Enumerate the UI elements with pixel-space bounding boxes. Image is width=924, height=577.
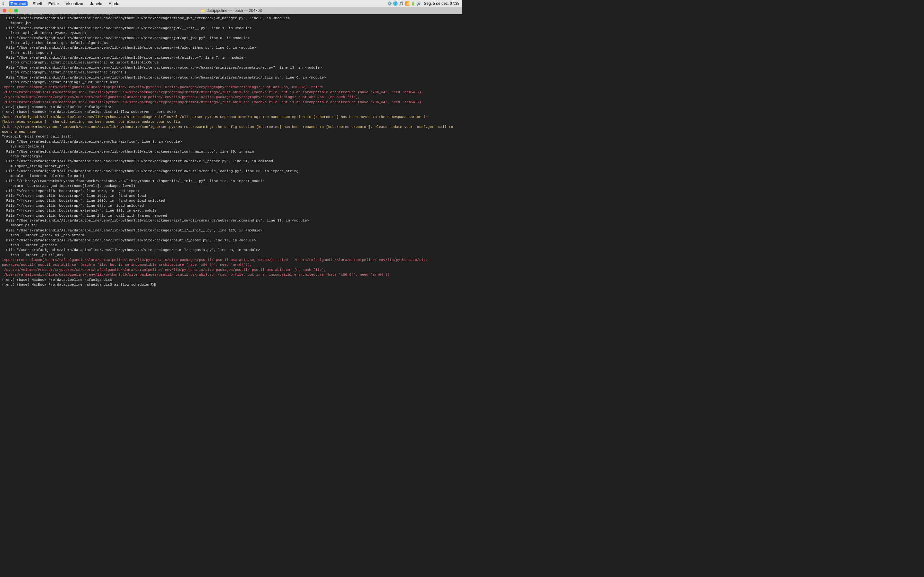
terminal-line: Traceback (most recent call last):	[2, 134, 460, 139]
terminal-line: File "/Users/rafaelgandis/Alura/datapipe…	[2, 218, 460, 223]
terminal-line: ImportError: dlopen(/Users/rafaelgandis/…	[2, 85, 460, 105]
terminal-line: (.env) (base) MacBook-Pro:datapipeline r…	[2, 105, 460, 110]
window-title: datapipeline — -bash — 204×63	[207, 8, 262, 13]
terminal-line: File "/Library/Frameworks/Python.framewo…	[2, 179, 460, 184]
terminal-line: File "<frozen importlib._bootstrap>", li…	[2, 213, 460, 218]
terminal-line: File "/Users/rafaelgandis/Alura/datapipe…	[2, 149, 460, 154]
terminal-line: File "<frozen importlib._bootstrap>", li…	[2, 193, 460, 198]
terminal-line: File "/Users/rafaelgandis/Alura/datapipe…	[2, 159, 460, 164]
terminal-line: from cryptography.hazmat.bindings._rust …	[2, 80, 460, 85]
terminal-line: File "<frozen importlib._bootstrap>", li…	[2, 198, 460, 203]
terminal-line: File "/Users/rafaelgandis/Alura/datapipe…	[2, 248, 460, 253]
menu-editar[interactable]: Editar	[47, 1, 60, 6]
window-controls	[3, 9, 18, 13]
terminal-line: /Users/rafaelgandis/Alura/datapipeline/.…	[2, 115, 460, 125]
menu-janela[interactable]: Janela	[89, 1, 103, 6]
terminal-line: File "/Users/rafaelgandis/Alura/datapipe…	[2, 169, 460, 174]
terminal-line: from .algorithms import get_default_algo…	[2, 41, 460, 45]
terminal-line: (.env) (base) MacBook-Pro:datapipeline r…	[2, 110, 460, 114]
terminal-line: module = import_module(module_path)	[2, 174, 460, 179]
terminal-line: (.env) (base) MacBook-Pro:datapipeline r…	[2, 277, 460, 282]
terminal-line: File "<frozen importlib._bootstrap>", li…	[2, 189, 460, 193]
maximize-button[interactable]	[14, 9, 18, 13]
titlebar-title: 📁 datapipeline — -bash — 204×63	[200, 8, 262, 13]
terminal-line: import psutil	[2, 223, 460, 228]
terminal-line: from .utils import (	[2, 51, 460, 55]
terminal-line: sys.exit(main())	[2, 144, 460, 149]
terminal-line: (.env) (base) MacBook-Pro:datapipeline r…	[2, 282, 460, 287]
menu-terminal[interactable]: Terminal	[9, 1, 27, 6]
terminal-line: from . import _psutil_osx	[2, 253, 460, 258]
terminal-line: File "/Users/rafaelgandis/Alura/datapipe…	[2, 36, 460, 41]
terminal-line: File "/Users/rafaelgandis/Alura/datapipe…	[2, 55, 460, 60]
terminal-line: from cryptography.hazmat.primitives.asym…	[2, 60, 460, 65]
terminal-line: = import_string(import_path)	[2, 164, 460, 169]
menu-shell[interactable]: Shell	[31, 1, 43, 6]
folder-icon: 📁	[200, 8, 205, 13]
terminal-line: return _bootstrap._gcd_import(name[level…	[2, 184, 460, 189]
menubar-datetime: Seg. 5 de dez. 07:38	[424, 1, 459, 6]
terminal-line: from . import _psosx as _psplatform	[2, 233, 460, 238]
menu-visualizar[interactable]: Visualizar	[64, 1, 85, 6]
menubar-right: ⚙️ 🌐 🎵 📶 🔋 🔊 Seg. 5 de dez. 07:38	[387, 1, 459, 6]
terminal-line: ImportError: dlopen(/Users/rafaelgandis/…	[2, 258, 460, 277]
menu-ajuda[interactable]: Ajuda	[107, 1, 121, 6]
terminal-line: /Library/Frameworks/Python.framework/Ver…	[2, 125, 460, 135]
terminal-line: File "/Users/rafaelgandis/Alura/datapipe…	[2, 228, 460, 233]
titlebar: 📁 datapipeline — -bash — 204×63	[0, 7, 462, 14]
terminal-line: File "/Users/rafaelgandis/Alura/datapipe…	[2, 238, 460, 243]
minimize-button[interactable]	[8, 9, 12, 13]
terminal-line: args.func(args)	[2, 154, 460, 159]
terminal-line: File "/Users/rafaelgandis/Alura/datapipe…	[2, 75, 460, 80]
terminal-content[interactable]: File "/Users/rafaelgandis/Alura/datapipe…	[0, 14, 462, 288]
menubar:  Terminal Shell Editar Visualizar Janel…	[0, 0, 462, 7]
terminal-line: import jwt	[2, 21, 460, 26]
terminal-line: from cryptography.hazmat.primitives.asym…	[2, 70, 460, 75]
apple-menu[interactable]: 	[3, 1, 5, 6]
terminal-line: File "/Users/rafaelgandis/Alura/datapipe…	[2, 26, 460, 31]
terminal-line: from .api_jwk import PyJWK, PyJWKSet	[2, 31, 460, 35]
menubar-icons: ⚙️ 🌐 🎵 📶 🔋 🔊	[387, 1, 422, 6]
terminal-line: File "/Users/rafaelgandis/Alura/datapipe…	[2, 45, 460, 50]
terminal-line: File "<frozen importlib._bootstrap_exter…	[2, 208, 460, 213]
terminal-line: File "/Users/rafaelgandis/Alura/datapipe…	[2, 139, 460, 144]
terminal-line: File "/Users/rafaelgandis/Alura/datapipe…	[2, 16, 460, 21]
close-button[interactable]	[3, 9, 6, 13]
terminal-line: from . import _psposix	[2, 243, 460, 248]
terminal-line: File "/Users/rafaelgandis/Alura/datapipe…	[2, 65, 460, 70]
terminal-line: File "<frozen importlib._bootstrap>", li…	[2, 203, 460, 208]
